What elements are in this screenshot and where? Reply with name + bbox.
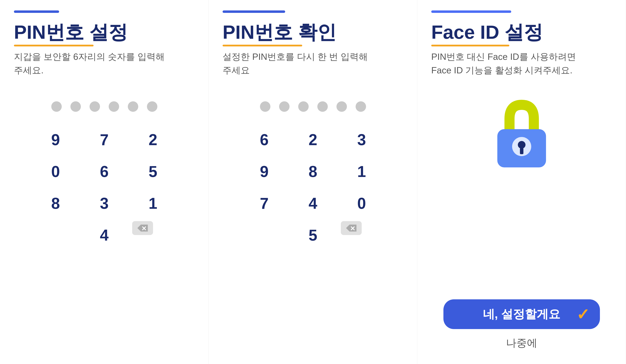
ckey-3[interactable]: 3 — [341, 126, 383, 154]
confirm-button[interactable]: 네, 설정할게요 ✓ — [443, 299, 600, 329]
pin-confirm-dots — [260, 101, 366, 112]
ckey-0[interactable]: 0 — [341, 189, 383, 218]
dot-4 — [109, 101, 119, 112]
dot-3 — [89, 101, 100, 112]
pin-confirm-title: PIN번호 확인 — [223, 22, 336, 46]
dot-2 — [71, 101, 81, 112]
ckey-4[interactable]: 4 — [292, 189, 334, 218]
ckey-1[interactable]: 1 — [341, 157, 383, 186]
checkmark-icon: ✓ — [576, 305, 589, 323]
confirm-label: 네, 설정할게요 — [483, 306, 560, 322]
dot-6 — [147, 101, 157, 112]
key-9[interactable]: 9 — [35, 126, 77, 154]
pin-confirm-keypad: 6 2 3 9 8 1 7 4 0 5 — [243, 126, 383, 250]
ckey-7[interactable]: 7 — [243, 189, 285, 218]
svg-rect-3 — [520, 148, 523, 154]
pin-setup-dots — [51, 101, 157, 112]
ckey-2[interactable]: 2 — [292, 126, 334, 154]
backspace-button[interactable] — [132, 221, 153, 235]
key-4[interactable]: 4 — [83, 221, 125, 250]
key-5[interactable]: 5 — [132, 157, 174, 186]
confirm-dot-1 — [260, 101, 270, 112]
confirm-backspace-button[interactable] — [341, 221, 362, 235]
face-id-title: Face ID 설정 — [431, 22, 543, 46]
ckey-9[interactable]: 9 — [243, 157, 285, 186]
pin-setup-keypad: 9 7 2 0 6 5 8 3 1 4 — [35, 126, 174, 250]
pin-confirm-accent — [223, 10, 285, 13]
pin-setup-title: PIN번호 설정 — [14, 22, 128, 46]
ckey-5[interactable]: 5 — [292, 221, 334, 250]
face-id-desc: PIN번호 대신 Face ID를 사용하려면 Face ID 기능을 활성화 … — [431, 50, 588, 77]
key-1[interactable]: 1 — [132, 189, 174, 218]
dot-5 — [128, 101, 138, 112]
key-2[interactable]: 2 — [132, 126, 174, 154]
ckey-6[interactable]: 6 — [243, 126, 285, 154]
pin-confirm-desc: 설정한 PIN번호를 다시 한 번 입력해 주세요 — [223, 50, 379, 77]
svg-point-2 — [518, 141, 525, 149]
confirm-dot-5 — [336, 101, 347, 112]
confirm-dot-2 — [279, 101, 290, 112]
key-3[interactable]: 3 — [83, 189, 125, 218]
key-7[interactable]: 7 — [83, 126, 125, 154]
pin-confirm-panel: PIN번호 확인 설정한 PIN번호를 다시 한 번 입력해 주세요 6 2 3… — [209, 0, 417, 364]
pin-setup-panel: PIN번호 설정 지갑을 보안할 6자리의 숫자를 입력해 주세요. 9 7 2… — [0, 0, 209, 364]
face-id-accent — [431, 10, 511, 13]
later-button[interactable]: 나중에 — [506, 336, 537, 350]
ckey-8[interactable]: 8 — [292, 157, 334, 186]
pin-setup-accent — [14, 10, 59, 13]
dot-1 — [51, 101, 62, 112]
confirm-dot-4 — [317, 101, 328, 112]
key-6[interactable]: 6 — [83, 157, 125, 186]
key-8[interactable]: 8 — [35, 189, 77, 218]
confirm-dot-6 — [356, 101, 366, 112]
lock-illustration — [431, 94, 612, 171]
face-id-panel: Face ID 설정 PIN번호 대신 Face ID를 사용하려면 Face … — [417, 0, 626, 364]
pin-setup-desc: 지갑을 보안할 6자리의 숫자를 입력해 주세요. — [14, 50, 170, 77]
confirm-dot-3 — [298, 101, 309, 112]
key-0[interactable]: 0 — [35, 157, 77, 186]
